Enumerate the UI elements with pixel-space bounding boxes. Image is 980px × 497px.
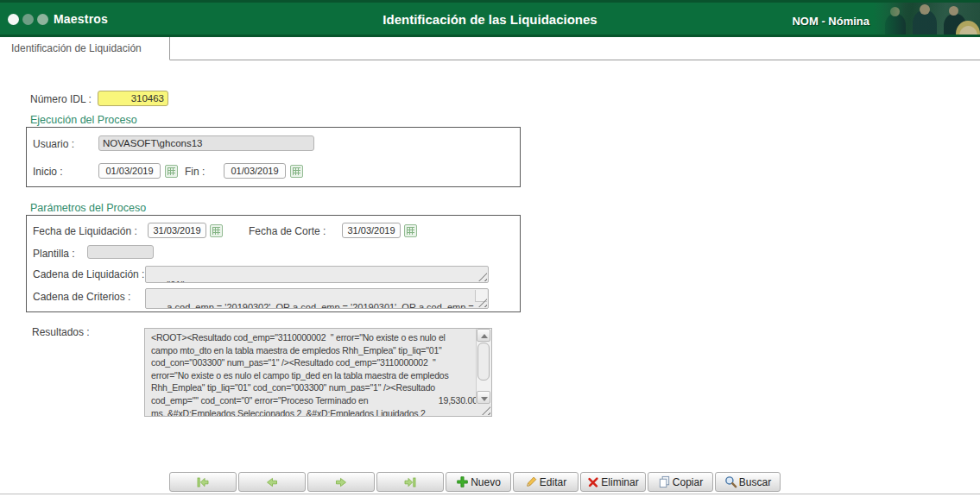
resize-grip-icon[interactable]: [482, 406, 490, 415]
resultados-value: <ROOT><Resultado cod_emp="3110000002 " e…: [145, 329, 477, 416]
last-record-button[interactable]: [376, 472, 444, 492]
delete-x-icon: [587, 476, 599, 488]
ejecucion-section-title: Ejecución del Proceso: [30, 114, 137, 126]
calendar-icon[interactable]: [404, 224, 417, 237]
calendar-icon[interactable]: [210, 224, 223, 237]
record-toolbar: Nuevo Editar Eliminar Copiar: [169, 472, 781, 492]
cadena-liquidacion-label: Cadena de Liquidación :: [33, 268, 144, 280]
parametros-section-title: Parámetros del Proceso: [30, 202, 146, 214]
scroll-down-icon[interactable]: [477, 391, 490, 404]
pencil-icon: [525, 475, 538, 488]
search-icon: [724, 475, 737, 488]
scroll-up-icon[interactable]: [477, 329, 490, 342]
app-window: Identificación de las Liquidaciones Maes…: [0, 0, 980, 497]
buscar-button[interactable]: Buscar: [715, 472, 781, 492]
plantilla-label: Plantilla :: [33, 248, 75, 260]
fin-label: Fin :: [185, 166, 205, 178]
usuario-input[interactable]: [98, 135, 314, 151]
next-record-button[interactable]: [307, 472, 375, 492]
scrollbar-thumb[interactable]: [477, 343, 490, 381]
numero-idl-input[interactable]: [98, 91, 168, 106]
fecha-corte-input[interactable]: [342, 223, 401, 238]
copy-icon: [658, 475, 671, 488]
inicio-date-input[interactable]: [98, 163, 161, 179]
header-photo: [873, 3, 980, 40]
nuevo-button-label: Nuevo: [471, 476, 501, 488]
previous-record-button[interactable]: [238, 472, 306, 492]
calendar-icon[interactable]: [290, 165, 303, 178]
plus-icon: [456, 475, 469, 488]
arrow-left-icon: [265, 475, 279, 489]
parametros-groupbox: Fecha de Liquidación : Fecha de Corte : …: [26, 215, 521, 312]
nuevo-button[interactable]: Nuevo: [446, 472, 511, 492]
fecha-corte-label: Fecha de Corte :: [249, 225, 326, 237]
fecha-liquidacion-label: Fecha de Liquidación :: [33, 225, 137, 237]
buscar-button-label: Buscar: [739, 476, 771, 488]
eliminar-button[interactable]: Eliminar: [580, 472, 646, 492]
editar-button[interactable]: Editar: [513, 472, 579, 492]
ejecucion-groupbox: Usuario : Inicio : Fin :: [26, 127, 521, 187]
skip-first-icon: [196, 475, 210, 489]
module-badge: NOM - Nómina: [792, 15, 869, 28]
copiar-button[interactable]: Copiar: [648, 472, 713, 492]
usuario-label: Usuario :: [33, 138, 74, 150]
bottom-divider: [0, 494, 980, 494]
numero-idl-label: Número IDL :: [30, 93, 92, 105]
resultados-scrollbar[interactable]: [476, 329, 491, 404]
copiar-button-label: Copiar: [673, 476, 703, 488]
fecha-liquidacion-input[interactable]: [148, 223, 206, 238]
cadena-criterios-value: a.cod_emp = '20190302' OR a.cod_emp = '2…: [167, 302, 473, 309]
resultados-textarea[interactable]: <ROOT><Resultado cod_emp="3110000002 " e…: [144, 328, 492, 417]
calendar-icon[interactable]: [165, 165, 178, 178]
eliminar-button-label: Eliminar: [601, 476, 638, 488]
tab-bar: Identificación de Liquidación: [0, 37, 980, 60]
tab-identificacion-liquidacion[interactable]: Identificación de Liquidación: [0, 37, 170, 60]
plantilla-input[interactable]: [87, 245, 154, 259]
app-header: Identificación de las Liquidaciones Maes…: [0, 0, 980, 37]
resize-grip-icon[interactable]: [478, 273, 487, 281]
cadena-criterios-textarea[interactable]: a.cod_emp = '20190302' OR a.cod_emp = '2…: [145, 288, 489, 309]
app-title: Maestros: [54, 12, 108, 26]
fin-date-input[interactable]: [224, 163, 286, 179]
editar-button-label: Editar: [540, 476, 566, 488]
mini-scrollbar[interactable]: [475, 290, 487, 302]
cadena-liquidacion-value: "01": [167, 280, 184, 283]
first-record-button[interactable]: [169, 472, 237, 492]
arrow-right-icon: [334, 475, 348, 489]
skip-last-icon: [403, 475, 417, 489]
cadena-criterios-label: Cadena de Criterios :: [33, 291, 130, 303]
resultados-label: Resultados :: [32, 326, 90, 338]
cadena-liquidacion-textarea[interactable]: "01": [145, 266, 489, 283]
inicio-label: Inicio :: [33, 166, 63, 178]
